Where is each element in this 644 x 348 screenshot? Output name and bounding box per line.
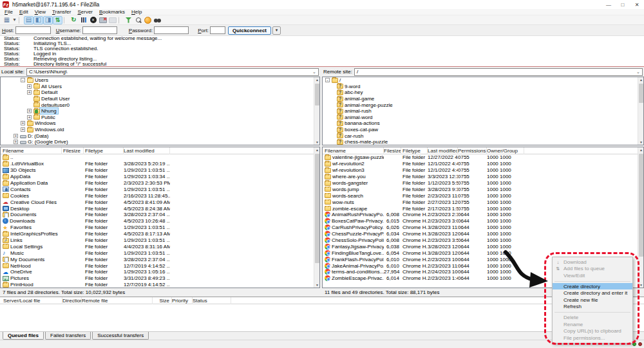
file-row[interactable]: Desktop File folder 4/5/2023 8:24:38 AM xyxy=(1,205,319,212)
tree-expander-icon[interactable]: + xyxy=(21,121,25,125)
scroll-up-icon[interactable]: ▲ xyxy=(314,77,320,82)
file-row[interactable]: Local Settings File folder 4/4/2023 8:31… xyxy=(1,243,319,250)
tree-item[interactable]: abc-hey xyxy=(323,89,643,96)
file-row[interactable]: wf-revolution2 File folder 12/1/2022 4:4… xyxy=(323,161,643,167)
scroll-up-icon[interactable]: ▲ xyxy=(314,147,320,152)
context-menu-item[interactable]: Refresh xyxy=(553,304,632,311)
tree-item[interactable]: - / xyxy=(323,77,643,84)
local-path-combobox[interactable]: C:\Users\Nhung\ ⌄ xyxy=(26,68,319,76)
scrollbar-thumb[interactable] xyxy=(315,84,319,105)
toolbar-icon[interactable] xyxy=(2,16,12,24)
column-direction[interactable]: Direction xyxy=(62,297,82,304)
context-menu-item[interactable] xyxy=(554,280,630,282)
context-menu-item[interactable] xyxy=(554,311,630,313)
file-row[interactable]: ChessPuzzle-PrivacyP... 6,034 Chrome H..… xyxy=(323,231,643,237)
username-input[interactable] xyxy=(82,26,117,34)
file-row[interactable]: NetHood File folder 12/7/2019 4:14:52 ..… xyxy=(1,262,319,269)
tree-item[interactable]: defaultuser0 xyxy=(1,102,319,108)
column-filesize[interactable]: Filesize xyxy=(384,147,401,154)
scroll-down-icon[interactable]: ▼ xyxy=(638,140,644,145)
toolbar-icon[interactable] xyxy=(98,16,108,24)
scrollbar-thumb[interactable] xyxy=(639,154,643,257)
menu-item[interactable]: Transfer xyxy=(49,9,75,15)
port-input[interactable] xyxy=(210,26,225,34)
tree-expander-icon[interactable]: + xyxy=(27,109,32,113)
tree-expander-icon[interactable]: + xyxy=(21,127,25,132)
tree-item[interactable]: + D: (Data) xyxy=(1,133,319,139)
column-filetype[interactable]: Filetype xyxy=(84,147,124,154)
file-row[interactable]: words-search File folder 2/23/2023 11:1.… xyxy=(323,192,643,199)
tree-item[interactable]: + Windows xyxy=(1,120,319,127)
tree-item[interactable]: + Nhung xyxy=(1,108,319,114)
tree-item[interactable]: + Public xyxy=(1,114,319,121)
menu-item[interactable]: File xyxy=(1,9,16,15)
column-server-local-file[interactable]: Server/Local file xyxy=(3,297,62,304)
file-row[interactable]: valentine-jigsaw-puzzle File folder 12/2… xyxy=(323,154,643,161)
queue-tab[interactable]: Successful transfers xyxy=(92,332,149,340)
tree-expander-icon[interactable]: + xyxy=(27,115,32,120)
menu-item[interactable]: Help xyxy=(128,9,145,15)
tree-item[interactable]: + Default xyxy=(1,89,319,96)
tree-expander-icon[interactable]: + xyxy=(14,134,18,138)
toolbar-icon[interactable] xyxy=(19,17,23,24)
scroll-down-icon[interactable]: ▼ xyxy=(638,282,644,288)
file-row[interactable]: Favorites File folder 1/29/2023 1:03:51 … xyxy=(1,224,319,231)
menu-item[interactable]: Bookmarks xyxy=(96,9,128,15)
file-row[interactable]: IntelGraphicsProfiles File folder 4/5/20… xyxy=(1,231,319,237)
context-menu-item[interactable]: Create directory and enter it xyxy=(553,289,632,297)
tree-expander-icon[interactable]: + xyxy=(14,140,18,144)
queue-tab[interactable]: Failed transfers xyxy=(45,332,91,340)
context-menu-item[interactable]: Rename xyxy=(553,321,632,328)
file-row[interactable]: Pictures File folder 3/31/2023 8:49:23 .… xyxy=(1,275,319,282)
tree-item[interactable]: + Windows.old xyxy=(1,127,319,133)
file-row[interactable]: Documents File folder 3/28/2023 2:37:04 … xyxy=(1,212,319,218)
file-row[interactable]: wf-revolution3 File folder 12/1/2022 4:4… xyxy=(323,167,643,174)
quickconnect-button[interactable]: Quickconnect xyxy=(228,26,271,35)
tree-expander-icon[interactable]: + xyxy=(27,90,32,95)
scroll-down-icon[interactable]: ▼ xyxy=(314,282,320,288)
tree-item[interactable]: animal-word xyxy=(323,114,643,121)
column-permissions[interactable]: Permissions xyxy=(458,147,487,154)
minimize-button[interactable]: — xyxy=(601,1,616,9)
column-priority[interactable]: Priority xyxy=(172,297,193,304)
remote-list-scrollbar[interactable]: ▲ ▼ xyxy=(638,147,643,288)
tree-item[interactable]: Default User xyxy=(1,96,319,102)
tree-item[interactable]: animal-game xyxy=(323,96,643,102)
file-row[interactable]: PrintHood File folder 12/7/2019 4:14:52 … xyxy=(1,282,319,288)
column-filetype[interactable]: Filetype xyxy=(401,147,428,154)
toolbar-icon[interactable] xyxy=(69,16,79,24)
context-menu-item[interactable]: Download xyxy=(553,259,632,266)
file-row[interactable]: Contacts File folder 1/29/2023 1:03:51 .… xyxy=(1,186,319,192)
column-last-modified[interactable]: Last modified xyxy=(428,147,458,154)
menu-item[interactable]: Server xyxy=(74,9,96,15)
toolbar-icon[interactable] xyxy=(43,16,53,24)
queue-tab[interactable]: Queued files xyxy=(3,332,44,340)
toolbar-icon[interactable] xyxy=(88,16,98,24)
column-filename[interactable]: Filename xyxy=(325,147,384,154)
context-menu-item[interactable]: Create new file xyxy=(553,297,632,304)
toolbar-icon[interactable] xyxy=(33,16,43,24)
quickconnect-dropdown-icon[interactable]: ▾ xyxy=(272,26,281,35)
file-row[interactable]: AppData File folder 1/29/2023 1:03:34 ..… xyxy=(1,174,319,180)
maximize-button[interactable]: □ xyxy=(616,1,630,9)
toolbar-icon[interactable] xyxy=(108,16,117,24)
file-row[interactable]: AnimalRushPrivacyPo... 6,008 Chrome H...… xyxy=(323,212,643,218)
context-menu-item[interactable]: File permissions... xyxy=(553,334,632,342)
local-list-scrollbar[interactable]: ▲ ▼ xyxy=(314,147,319,288)
tree-item[interactable]: animal-rush xyxy=(323,108,643,114)
toolbar-icon[interactable] xyxy=(24,16,33,24)
chevron-down-icon[interactable]: ⌄ xyxy=(311,69,317,75)
file-row[interactable]: Cookies File folder 2/16/2023 11:28:45..… xyxy=(1,192,319,199)
file-row[interactable]: BoxesCatPaw-Privacy... 6,015 Chrome H...… xyxy=(323,218,643,224)
file-row[interactable]: words-gangster File folder 1/12/2023 5:5… xyxy=(323,180,643,187)
file-row[interactable]: Downloads File folder 4/5/2023 10:26:48 … xyxy=(1,218,319,224)
file-row[interactable]: ChessSolo-PrivacyPoli... 6,008 Chrome H.… xyxy=(323,237,643,244)
file-row[interactable]: 3D Objects File folder 1/29/2023 1:03:51… xyxy=(1,167,319,174)
tree-item[interactable]: + All Users xyxy=(1,84,319,90)
toolbar-icon[interactable] xyxy=(133,16,143,24)
context-menu-item[interactable]: Create directory xyxy=(553,283,632,290)
file-row[interactable]: Music File folder 1/29/2023 1:03:51 ... xyxy=(1,250,319,256)
file-row[interactable]: words-jump File folder 3/28/2023 9:30:..… xyxy=(323,186,643,192)
scrollbar-thumb[interactable] xyxy=(639,84,643,103)
toolbar-icon[interactable] xyxy=(153,16,162,24)
